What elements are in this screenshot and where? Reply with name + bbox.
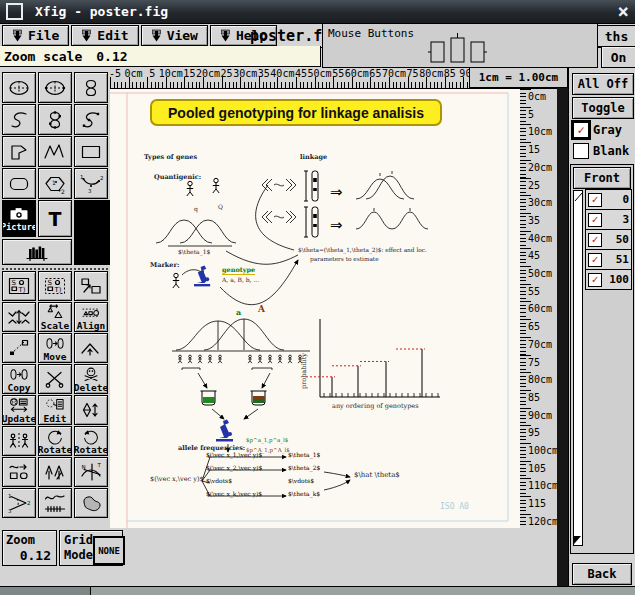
svg-text:N: N: [82, 464, 86, 470]
depth-row-0[interactable]: ✓0: [585, 189, 632, 210]
measure-length-tool[interactable]: [38, 488, 72, 518]
update-tool[interactable]: Update: [2, 395, 36, 425]
vruler-label: 55: [528, 286, 540, 297]
vruler-label: 70cm: [528, 339, 552, 350]
ellipse-radius-tool[interactable]: [2, 72, 36, 103]
picture-tool[interactable]: Picture: [2, 200, 36, 237]
menu-label: Edit: [97, 28, 128, 43]
all-off-button[interactable]: All Off: [572, 73, 634, 95]
closed-polyline-tool[interactable]: [2, 136, 36, 167]
depth-checkbox[interactable]: ✓: [588, 193, 602, 207]
ellipse-diameter-tool[interactable]: [38, 72, 72, 103]
depth-value: 50: [602, 233, 629, 246]
scale-point-tool[interactable]: [74, 271, 108, 301]
close-icon[interactable]: ×: [618, 0, 629, 22]
move-tool[interactable]: Move: [38, 333, 72, 363]
menu-file[interactable]: File: [2, 25, 69, 46]
poster-theta-note-1: $\theta=(\theta_1,\theta_2)$: effect and…: [298, 247, 427, 253]
interp-spline-tool[interactable]: [74, 104, 108, 135]
depths-on-button[interactable]: On: [601, 46, 635, 68]
depth-checkbox[interactable]: ✓: [588, 233, 602, 247]
vruler-label: 105: [528, 463, 546, 474]
copy-point-tool[interactable]: [2, 333, 36, 363]
move-point-tool[interactable]: [2, 302, 36, 332]
menu-edit[interactable]: Edit: [71, 25, 138, 46]
scrollbar-down-arrow-icon[interactable]: [574, 536, 581, 544]
measure-angle-tool[interactable]: 123: [2, 488, 36, 518]
unit-scale-box[interactable]: 1cm = 1.00cm: [469, 67, 568, 88]
hruler-label: 70cm: [382, 68, 406, 79]
canvas-horizontal-scrollbar[interactable]: [90, 586, 635, 595]
depth-row-51[interactable]: ✓51: [585, 249, 632, 270]
arcbox-tool[interactable]: [2, 168, 36, 199]
box-tool[interactable]: [74, 136, 108, 167]
cut-point-tool[interactable]: [38, 364, 72, 394]
arc-tool[interactable]: 123: [74, 168, 108, 199]
poster-q-lower: q: [194, 205, 198, 212]
toggle-button[interactable]: Toggle: [572, 97, 634, 119]
mirror-tool[interactable]: [2, 426, 36, 456]
vruler-label: 65: [528, 321, 540, 332]
hruler-label: 0cm: [125, 68, 143, 79]
tree-row-right: $\theta_2$: [288, 464, 320, 477]
canvas[interactable]: ⇒ ⇒: [110, 88, 520, 528]
horizontal-ruler[interactable]: -50cm510cm1520cm2530cm3540cm4550cm5560cm…: [110, 68, 470, 88]
hruler-label: 25: [221, 68, 233, 79]
zoom-scale-value: 0.12: [96, 49, 127, 64]
add-point-tool[interactable]: [74, 333, 108, 363]
hruler-label: 50cm: [308, 68, 332, 79]
edit-tool[interactable]: Edit: [38, 395, 72, 425]
depth-checkbox[interactable]: ✓: [588, 273, 602, 287]
poster-title: Pooled genotyping for linkage analisis: [150, 99, 442, 126]
glue-compound-tool[interactable]: ST): [2, 271, 36, 301]
grid-label-1: Grid: [64, 533, 93, 547]
back-button[interactable]: Back: [572, 563, 632, 585]
grid-mode-indicator[interactable]: Grid Mode NONE: [59, 530, 123, 566]
zoom-indicator[interactable]: Zoom 0.12: [2, 530, 57, 566]
poster-types-of-genes: Types of genes: [144, 153, 197, 161]
text-tool[interactable]: T: [38, 200, 72, 237]
update-tool-label: Update: [2, 414, 36, 423]
depth-row-50[interactable]: ✓50: [585, 229, 632, 250]
approx-spline-tool[interactable]: [2, 104, 36, 135]
rotate-cw-tool[interactable]: Rotate: [38, 426, 72, 456]
window-menu-icon[interactable]: [6, 3, 23, 20]
canvas-vertical-scrollbar[interactable]: [557, 68, 568, 595]
menu-view[interactable]: View: [141, 25, 208, 46]
regular-polygon-tool[interactable]: 12: [38, 168, 72, 199]
sharpen-tool[interactable]: [38, 457, 72, 487]
depth-checkbox[interactable]: ✓: [588, 253, 602, 267]
scale-tool[interactable]: Scale: [38, 302, 72, 332]
break-compound-tool[interactable]: ST): [38, 271, 72, 301]
depth-row-3[interactable]: ✓3: [585, 209, 632, 230]
vertical-ruler[interactable]: 0cm510cm1520cm2530cm3540cm4550cm5560cm65…: [520, 88, 557, 528]
zoom-indicator-label: Zoom: [6, 533, 35, 547]
depth-list-scrollbar[interactable]: [573, 190, 583, 546]
depth-row-100[interactable]: ✓100: [585, 269, 632, 290]
delete-tool[interactable]: Delete: [74, 364, 108, 394]
prob-chart-ylabel: probability: [300, 353, 308, 389]
align-tool[interactable]: Align: [74, 302, 108, 332]
rotate-ccw-tool[interactable]: Rotate: [74, 426, 108, 456]
hruler-label: 80cm: [419, 68, 443, 79]
depth-value: 0: [602, 193, 629, 206]
depth-list: ✓0✓3✓50✓51✓100: [585, 190, 632, 290]
depth-checkbox[interactable]: ✓: [588, 213, 602, 227]
tangent-tool[interactable]: NT: [74, 457, 108, 487]
closed-interp-spline-tool[interactable]: [38, 104, 72, 135]
library-tool[interactable]: [2, 239, 72, 265]
flip-tool[interactable]: [74, 395, 108, 425]
closed-spline-tool[interactable]: [74, 72, 108, 103]
bottom-scrollbar-left[interactable]: [0, 586, 90, 595]
tree-row-left: $\vdots$: [206, 477, 288, 490]
convert-tool[interactable]: [2, 457, 36, 487]
front-button[interactable]: Front: [573, 167, 631, 189]
gray-checkbox[interactable]: ✓: [571, 120, 591, 140]
grid-mode-value[interactable]: NONE: [93, 536, 125, 565]
copy-tool[interactable]: Copy: [2, 364, 36, 394]
measure-area-tool[interactable]: [74, 488, 108, 518]
vruler-label: 10cm: [528, 126, 552, 137]
blank-checkbox[interactable]: [573, 143, 589, 159]
poster-marker: Marker:: [150, 261, 179, 269]
polyline-tool[interactable]: [38, 136, 72, 167]
